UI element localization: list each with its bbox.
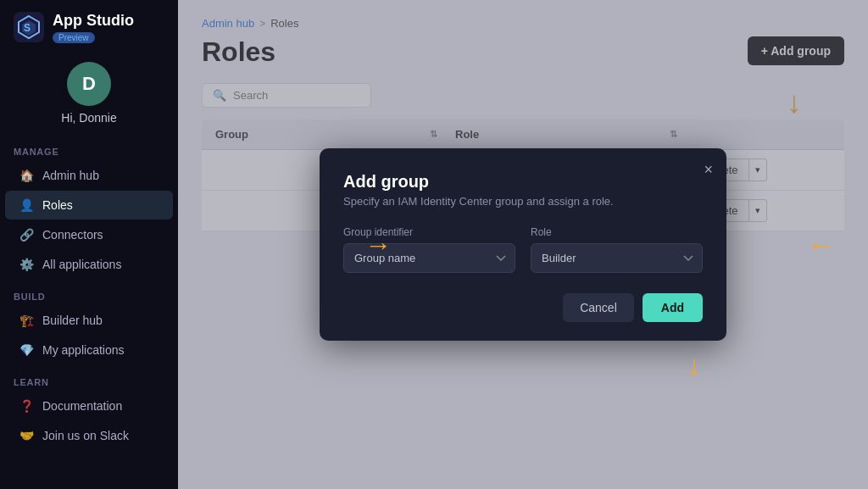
- sidebar-item-label: Connectors: [42, 228, 103, 242]
- sidebar-item-label: Roles: [42, 198, 73, 212]
- group-identifier-label: Group identifier: [343, 226, 515, 238]
- learn-section: Learn ❓ Documentation 🤝 Join us on Slack: [0, 365, 178, 451]
- modal-overlay: → ← Add group Specify an IAM Identity Ce…: [178, 0, 868, 489]
- group-identifier-field: Group identifier Group name: [343, 226, 515, 273]
- logo-area: S App Studio Preview: [0, 0, 178, 48]
- sidebar-item-slack[interactable]: 🤝 Join us on Slack: [5, 421, 173, 450]
- manage-section: Manage 🏠 Admin hub 👤 Roles 🔗 Connectors …: [0, 135, 178, 280]
- home-icon: 🏠: [19, 168, 34, 183]
- group-identifier-select[interactable]: Group name: [343, 243, 515, 273]
- sidebar-item-label: Join us on Slack: [42, 429, 129, 442]
- logo-text: App Studio Preview: [53, 12, 134, 43]
- user-icon: 👤: [19, 197, 34, 213]
- sidebar-item-label: Documentation: [42, 399, 122, 413]
- sidebar-item-label: My applications: [42, 343, 125, 357]
- sidebar-item-label: Admin hub: [42, 169, 99, 182]
- modal-footer: ↓ Cancel Add: [343, 293, 703, 322]
- sidebar-item-documentation[interactable]: ❓ Documentation: [5, 392, 173, 420]
- slack-icon: 🤝: [19, 428, 34, 443]
- sidebar-item-my-applications[interactable]: 💎 My applications: [5, 336, 173, 364]
- add-button[interactable]: Add: [643, 293, 703, 322]
- user-profile: D Hi, Donnie: [0, 48, 178, 135]
- cancel-button[interactable]: Cancel: [563, 293, 634, 322]
- svg-text:S: S: [24, 22, 31, 34]
- app-badge: Preview: [53, 32, 95, 43]
- sidebar-item-label: All applications: [42, 258, 121, 271]
- sidebar-item-admin-hub[interactable]: 🏠 Admin hub: [5, 161, 173, 190]
- sidebar: S App Studio Preview D Hi, Donnie Manage…: [0, 0, 178, 489]
- build-section-label: Build: [0, 280, 178, 305]
- builder-icon: 🏗️: [19, 313, 34, 328]
- sidebar-item-connectors[interactable]: 🔗 Connectors: [5, 220, 173, 249]
- manage-section-label: Manage: [0, 135, 178, 160]
- modal-close-button[interactable]: ×: [704, 162, 713, 177]
- modal-fields: Group identifier Group name Role Builder…: [343, 226, 703, 273]
- main-content: Admin hub > Roles Roles ↓ + Add group 🔍 …: [178, 0, 868, 489]
- sidebar-item-all-applications[interactable]: ⚙️ All applications: [5, 250, 173, 279]
- role-select[interactable]: Builder Viewer Admin: [531, 243, 703, 273]
- learn-section-label: Learn: [0, 365, 178, 391]
- add-group-modal: Add group Specify an IAM Identity Center…: [320, 148, 726, 341]
- right-arrow-annotation: ←: [807, 229, 834, 260]
- modal-subtitle: Specify an IAM Identity Center group and…: [343, 195, 703, 208]
- role-label: Role: [531, 226, 703, 238]
- grid-icon: ⚙️: [19, 257, 34, 272]
- build-section: Build 🏗️ Builder hub 💎 My applications: [0, 280, 178, 365]
- sidebar-item-roles[interactable]: 👤 Roles: [5, 191, 173, 219]
- sidebar-item-label: Builder hub: [42, 314, 103, 327]
- avatar: D: [67, 62, 111, 106]
- main-content-area: Admin hub > Roles Roles ↓ + Add group 🔍 …: [178, 0, 868, 489]
- modal-title: Add group: [343, 172, 703, 192]
- user-greeting: Hi, Donnie: [61, 111, 116, 125]
- diamond-icon: 💎: [19, 342, 34, 358]
- sidebar-item-builder-hub[interactable]: 🏗️ Builder hub: [5, 306, 173, 335]
- link-icon: 🔗: [19, 227, 34, 242]
- bottom-arrow-annotation: ↓: [687, 350, 701, 381]
- app-studio-logo-icon: S: [14, 12, 44, 42]
- app-name: App Studio: [53, 12, 134, 31]
- question-icon: ❓: [19, 398, 34, 414]
- role-field: Role Builder Viewer Admin: [531, 226, 703, 273]
